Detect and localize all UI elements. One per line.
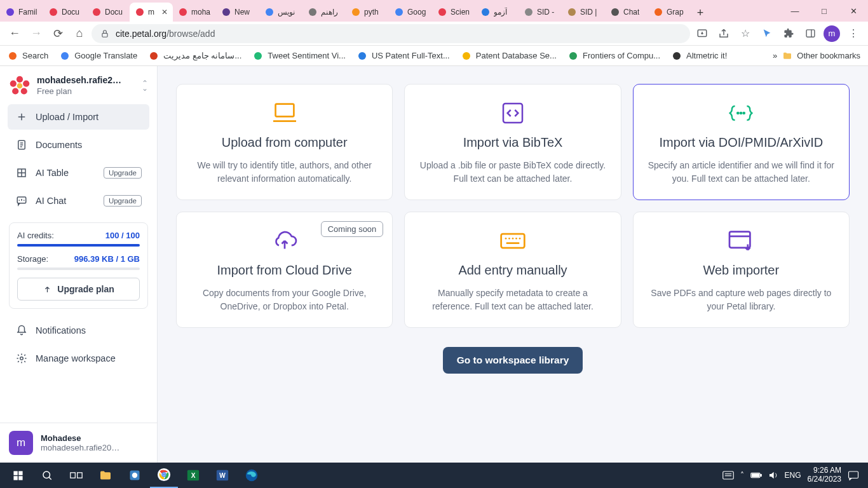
browser-tab[interactable]: SID -	[519, 3, 562, 22]
chrome-icon[interactable]	[150, 463, 178, 488]
sidebar-item-ai-chat[interactable]: AI ChatUpgrade	[8, 188, 149, 214]
import-card-import-via-doi-pmid-arxivid[interactable]: Import via DOI/PMID/ArXivIDSpecify an ar…	[633, 84, 850, 200]
sidebar-item-label: Documents	[36, 140, 82, 150]
other-bookmarks[interactable]: Other bookmarks	[782, 51, 860, 61]
svg-point-23	[254, 52, 262, 60]
tray-chevron-icon[interactable]: ˄	[740, 471, 744, 480]
sidebar-item-notifications[interactable]: Notifications	[8, 318, 149, 343]
svg-point-1	[50, 8, 57, 16]
sidebar-item-manage-workspace[interactable]: Manage workspace	[8, 346, 149, 371]
edge-icon[interactable]	[238, 463, 266, 488]
bookmark-item[interactable]: Tweet Sentiment Vi...	[253, 51, 346, 61]
sidebar-item-documents[interactable]: Documents	[8, 132, 149, 158]
profile-avatar[interactable]: m	[822, 24, 841, 43]
import-card-import-via-bibtex[interactable]: Import via BibTeXUpload a .bib file or p…	[404, 84, 621, 200]
tab-label: SID |	[580, 8, 597, 17]
sidebar-item-upload-import[interactable]: Upload / Import	[8, 104, 149, 130]
taskbar-app-1[interactable]	[121, 463, 149, 488]
storage-value: 996.39 KB / 1 GB	[74, 254, 140, 264]
bookmark-item[interactable]: US Patent Full-Text...	[357, 51, 450, 61]
card-title: Upload from computer	[222, 135, 348, 150]
sidebar-user[interactable]: m Mohadese mohadeseh.rafie20…	[0, 423, 157, 463]
sidebar-item-ai-table[interactable]: AI TableUpgrade	[8, 160, 149, 186]
tray-language[interactable]: ENG	[785, 471, 801, 480]
bookmarks-overflow[interactable]: »	[773, 51, 777, 60]
browser-menu-icon[interactable]: ⋮	[844, 24, 863, 43]
import-card-import-from-cloud-drive[interactable]: Coming soonImport from Cloud DriveCopy d…	[176, 212, 393, 328]
window-close[interactable]: ✕	[839, 0, 868, 22]
tray-notifications-icon[interactable]	[848, 470, 859, 480]
bookmark-item[interactable]: Frontiers of Compu...	[568, 51, 660, 61]
extensions-icon[interactable]	[779, 24, 798, 43]
go-to-library-button[interactable]: Go to workspace library	[443, 347, 583, 374]
install-app-icon[interactable]	[693, 24, 712, 43]
browser-tab[interactable]: moha	[173, 3, 216, 22]
bookmark-label: Tweet Sentiment Vi...	[268, 51, 346, 60]
window-maximize[interactable]: □	[810, 0, 839, 22]
bookmark-item[interactable]: Search	[8, 51, 48, 61]
favicon-icon	[135, 7, 145, 17]
excel-icon[interactable]: X	[179, 463, 207, 488]
browser-tab[interactable]: راهنم	[302, 3, 346, 22]
svg-point-13	[568, 8, 576, 16]
browser-tab[interactable]: Scien	[432, 3, 475, 22]
bookmark-item[interactable]: سامانه جامع مدیریت...	[149, 51, 241, 61]
keyboard-icon	[499, 227, 527, 254]
usage-stats: AI credits: 100 / 100 Storage: 996.39 KB…	[9, 222, 148, 309]
browser-tab[interactable]: Goog	[389, 3, 432, 22]
browser-tab[interactable]: pyth	[346, 3, 389, 22]
tray-clock[interactable]: 9:26 AM 6/24/2023	[808, 466, 841, 484]
close-icon[interactable]: ✕	[161, 8, 168, 17]
reload-button[interactable]: ⟳	[48, 24, 67, 43]
import-card-add-entry-manually[interactable]: Add entry manuallyManually specify metad…	[404, 212, 621, 328]
browser-tab[interactable]: Famil	[0, 3, 43, 22]
address-bar[interactable]: cite.petal.org/browse/add	[92, 24, 690, 43]
window-minimize[interactable]: —	[780, 0, 810, 22]
import-card-upload-from-computer[interactable]: Upload from computerWe will try to ident…	[176, 84, 393, 200]
browser-tab[interactable]: New	[216, 3, 259, 22]
upgrade-badge[interactable]: Upgrade	[104, 195, 142, 207]
tray-ime-icon[interactable]	[722, 471, 734, 480]
svg-rect-18	[806, 30, 815, 37]
browser-tab[interactable]: Chat	[605, 3, 648, 22]
browser-tab[interactable]: Docu	[86, 3, 130, 22]
svg-rect-86	[760, 475, 761, 477]
start-button[interactable]	[4, 463, 32, 488]
sidebar-item-label: AI Table	[36, 168, 69, 178]
task-view-button[interactable]	[62, 463, 90, 488]
browser-tab[interactable]: Grap	[648, 3, 691, 22]
favicon-icon	[5, 7, 15, 17]
tray-volume-icon[interactable]	[768, 471, 778, 480]
file-explorer-icon[interactable]	[92, 463, 119, 488]
card-title: Web importer	[703, 263, 779, 278]
side-panel-icon[interactable]	[801, 24, 820, 43]
import-card-web-importer[interactable]: Web importerSave PDFs and capture web pa…	[633, 212, 850, 328]
browser-tab[interactable]: SID |	[562, 3, 605, 22]
browser-tab[interactable]: Docu	[43, 3, 86, 22]
upgrade-badge[interactable]: Upgrade	[104, 167, 142, 179]
bookmark-item[interactable]: Google Translate	[60, 51, 137, 61]
tab-label: Scien	[451, 8, 470, 17]
workspace-switcher[interactable]: mohadeseh.rafie2… Free plan ⌃⌄	[0, 66, 157, 102]
new-tab-button[interactable]: +	[691, 4, 709, 22]
bookmark-star-icon[interactable]: ☆	[736, 24, 755, 43]
favicon-icon	[308, 7, 318, 17]
back-button[interactable]: ←	[5, 24, 24, 43]
browser-tab[interactable]: m✕	[130, 3, 173, 22]
word-icon[interactable]: W	[208, 463, 236, 488]
upgrade-plan-button[interactable]: Upgrade plan	[17, 278, 140, 301]
search-button[interactable]	[33, 463, 61, 488]
extension-cursor-icon[interactable]	[757, 24, 776, 43]
bookmark-item[interactable]: Patent Database Se...	[461, 51, 557, 61]
forward-button[interactable]: →	[27, 24, 46, 43]
home-button[interactable]: ⌂	[70, 24, 89, 43]
bookmarks-bar: SearchGoogle Translateسامانه جامع مدیریت…	[0, 46, 868, 66]
bookmark-label: Altmetric it!	[686, 51, 727, 60]
tray-battery-icon[interactable]	[750, 471, 762, 479]
bookmark-item[interactable]: Altmetric it!	[672, 51, 727, 61]
share-icon[interactable]	[714, 24, 733, 43]
svg-point-15	[654, 8, 662, 16]
bookmark-label: US Patent Full-Text...	[372, 51, 450, 60]
browser-tab[interactable]: نویس	[259, 3, 302, 22]
browser-tab[interactable]: آزمو	[475, 3, 519, 22]
